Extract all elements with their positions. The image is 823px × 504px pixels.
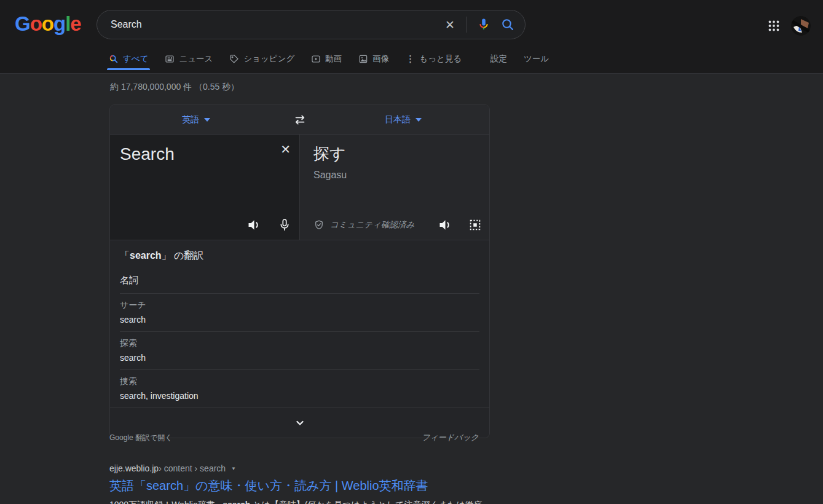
translation-ja: 捜索 (120, 376, 479, 387)
translation-en: search, investigation (120, 391, 479, 401)
image-icon (358, 54, 368, 64)
chevron-down-icon (204, 118, 210, 122)
search-submit-icon[interactable] (500, 17, 515, 32)
target-text: 探す (313, 143, 476, 165)
search-input[interactable]: Search (111, 19, 443, 30)
snippet-prefix: 1000万語収録！Weblio辞書 - (109, 500, 222, 504)
tab-label: ショッピング (243, 53, 294, 65)
tab-label: ニュース (179, 53, 213, 65)
divider (467, 17, 467, 33)
google-search-results-page: Google Search ✕ (0, 0, 823, 504)
translation-ja: 探索 (120, 338, 479, 349)
tab-label: 画像 (372, 53, 389, 65)
clear-search-icon[interactable]: ✕ (443, 18, 457, 32)
target-romaji: Sagasu (313, 170, 476, 181)
translation-en: search (120, 315, 479, 325)
search-bar[interactable]: Search ✕ (96, 10, 526, 39)
target-pane: 探す Sagasu コミュニティ確認済み (300, 135, 489, 240)
translate-card-header: 英語 日本語 (110, 105, 489, 135)
heading-word: search (130, 250, 162, 261)
breadcrumb-path: › content › search (159, 463, 226, 473)
header: Google Search ✕ (0, 0, 823, 74)
tab-news[interactable]: ニュース (165, 47, 213, 71)
open-in-translate-link[interactable]: Google 翻訳で開く (109, 433, 173, 443)
more-vertical-icon: ⋮ (406, 53, 415, 65)
translation-row[interactable]: サーチ search (120, 294, 479, 332)
tab-images[interactable]: 画像 (358, 47, 389, 71)
search-colored-icon (109, 54, 119, 64)
listen-source-icon[interactable] (246, 218, 261, 232)
source-language-dropdown[interactable]: 英語 (182, 114, 210, 125)
target-language-dropdown[interactable]: 日本語 (385, 114, 422, 125)
community-verified-badge: コミュニティ確認済み (313, 219, 414, 230)
tab-label: 設定 (490, 53, 507, 65)
heading-prefix: 「 (120, 250, 130, 261)
translate-card: 英語 日本語 Search (109, 104, 490, 438)
source-pane[interactable]: Search ✕ (110, 135, 300, 240)
tab-label: すべて (123, 53, 148, 65)
tag-icon (229, 54, 239, 64)
tab-all[interactable]: すべて (109, 47, 148, 71)
google-logo[interactable]: Google (15, 12, 81, 36)
tab-label: もっと見る (419, 53, 462, 65)
community-verified-label: コミュニティ確認済み (330, 219, 414, 230)
snippet-bold-word: search (222, 500, 250, 504)
translation-en: search (120, 353, 479, 363)
source-language-label: 英語 (182, 114, 199, 125)
tab-more[interactable]: ⋮ もっと見る (406, 47, 462, 71)
tab-videos[interactable]: 動画 (311, 47, 342, 71)
result-snippet: 1000万語収録！Weblio辞書 - search とは【意味】(何かを見つけ… (109, 498, 508, 504)
clear-source-icon[interactable]: ✕ (280, 142, 291, 157)
voice-search-icon[interactable] (476, 17, 491, 32)
apps-grid-icon[interactable] (768, 20, 780, 32)
result-type-tabs: すべて ニュース ショッピング (109, 47, 565, 71)
profile-avatar[interactable] (791, 16, 811, 36)
news-icon (165, 54, 175, 64)
translations-heading: 「search」 の翻訳 (120, 240, 479, 262)
chevron-down-icon (415, 118, 422, 122)
translations-section: 「search」 の翻訳 名詞 サーチ search 探索 search 捜索 … (110, 240, 489, 408)
logo-letter: o (42, 12, 53, 35)
translation-ja: サーチ (120, 300, 479, 311)
result-options-icon[interactable]: ▼ (231, 466, 236, 471)
logo-letter: g (53, 12, 65, 35)
translation-row[interactable]: 探索 search (120, 332, 479, 370)
source-text[interactable]: Search (120, 144, 289, 164)
logo-letter: e (70, 12, 81, 35)
search-result: ejje.weblio.jp › content › search ▼ 英語「s… (109, 463, 508, 504)
video-icon (311, 54, 321, 64)
result-title-link[interactable]: 英語「search」の意味・使い方・読み方 | Weblio英和辞書 (109, 478, 508, 494)
part-of-speech-label: 名詞 (120, 275, 479, 294)
chevron-down-icon (293, 415, 307, 430)
logo-letter: G (15, 12, 30, 35)
breadcrumb[interactable]: ejje.weblio.jp › content › search ▼ (109, 463, 508, 473)
select-all-icon[interactable] (468, 218, 482, 232)
tab-label: ツール (524, 53, 549, 65)
heading-suffix: 」 の翻訳 (162, 250, 204, 261)
tab-shopping[interactable]: ショッピング (229, 47, 294, 71)
tools-menu[interactable]: ツール (524, 47, 549, 71)
translation-panes: Search ✕ (110, 135, 489, 240)
snippet-suffix: とは【意味】(何かを見つけようとして注意深くまたは徹底 (250, 500, 482, 504)
settings-menu[interactable]: 設定 (490, 47, 507, 71)
result-stats: 約 17,780,000,000 件 （0.55 秒） (110, 82, 239, 93)
tab-label: 動画 (325, 53, 342, 65)
card-links-row: Google 翻訳で開く フィードバック (109, 432, 490, 443)
logo-letter: o (30, 12, 42, 35)
feedback-link[interactable]: フィードバック (422, 432, 479, 443)
listen-target-icon[interactable] (438, 218, 452, 232)
mic-input-icon[interactable] (277, 218, 292, 232)
swap-languages-icon[interactable] (293, 113, 307, 127)
target-language-label: 日本語 (385, 114, 411, 125)
translation-row[interactable]: 捜索 search, investigation (120, 370, 479, 408)
shield-check-icon (313, 219, 325, 230)
breadcrumb-domain: ejje.weblio.jp (109, 463, 159, 473)
